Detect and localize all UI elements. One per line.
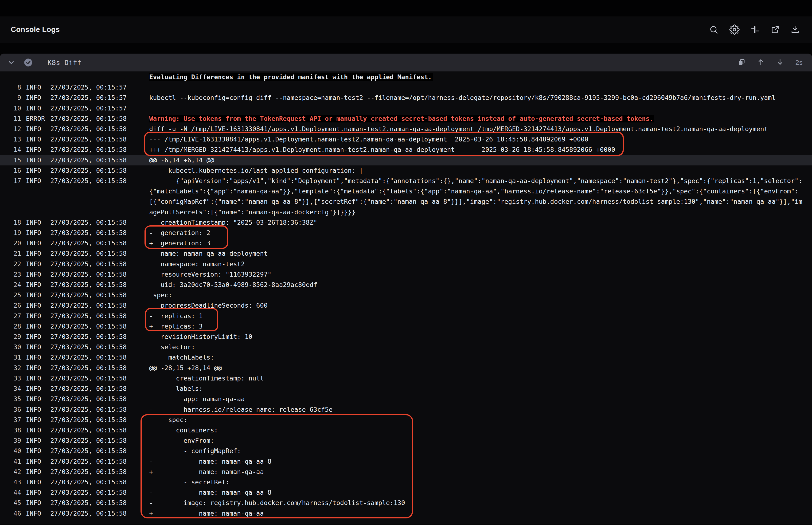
log-row[interactable]: 12INFO27/03/2025, 00:15:58diff -u -N /tm… (0, 124, 812, 134)
chevron-down-icon[interactable] (7, 58, 16, 67)
log-timestamp: 27/03/2025, 00:15:58 (50, 415, 149, 425)
log-level: INFO (26, 446, 50, 456)
log-level: INFO (26, 290, 50, 300)
log-row[interactable]: 31INFO27/03/2025, 00:15:58 matchLabels: (0, 352, 812, 363)
download-icon[interactable] (791, 25, 800, 34)
scroll-up-icon[interactable] (757, 58, 765, 67)
log-row[interactable]: 23INFO27/03/2025, 00:15:58 resourceVersi… (0, 269, 812, 280)
line-number: 35 (7, 394, 21, 404)
k8s-diff-step-header[interactable]: K8s Diff 2s (0, 54, 812, 72)
log-timestamp: 27/03/2025, 00:15:58 (50, 228, 149, 238)
log-level: INFO (26, 217, 50, 228)
log-row[interactable]: 32INFO27/03/2025, 00:15:58@@ -28,15 +28,… (0, 363, 812, 373)
line-number: 24 (7, 280, 21, 290)
log-level: INFO (26, 384, 50, 394)
log-level: INFO (26, 404, 50, 415)
log-message: labels: (149, 384, 812, 394)
log-message: app: naman-qa-aa (149, 394, 812, 404)
log-row[interactable]: 26INFO27/03/2025, 00:15:58 progressDeadl… (0, 300, 812, 311)
log-row[interactable]: 29INFO27/03/2025, 00:15:58 revisionHisto… (0, 332, 812, 342)
search-icon[interactable] (709, 25, 719, 34)
log-row[interactable]: 13INFO27/03/2025, 00:15:58--- /tmp/LIVE-… (0, 134, 812, 145)
log-timestamp: 27/03/2025, 00:15:58 (50, 508, 149, 519)
log-list: Evaluating Differences in the provided m… (0, 72, 812, 519)
log-timestamp: 27/03/2025, 00:15:58 (50, 155, 149, 165)
line-number: 32 (7, 363, 21, 373)
log-level: INFO (26, 352, 50, 363)
log-level: INFO (26, 415, 50, 425)
line-number: 42 (7, 467, 21, 477)
log-level: INFO (26, 498, 50, 508)
log-timestamp: 27/03/2025, 00:15:58 (50, 467, 149, 477)
header-gap (0, 43, 812, 54)
log-message: + generation: 3 (149, 238, 812, 249)
log-message: + name: naman-qa-aa (149, 467, 812, 477)
log-row[interactable]: 8INFO27/03/2025, 00:15:57 (0, 82, 812, 93)
log-row[interactable]: Evaluating Differences in the provided m… (0, 72, 812, 82)
log-message: Warning: Use tokens from the TokenReques… (149, 114, 812, 124)
line-number: 45 (7, 498, 21, 508)
log-row[interactable]: 43INFO27/03/2025, 00:15:58 - secretRef: (0, 477, 812, 487)
log-row[interactable]: 27INFO27/03/2025, 00:15:58- replicas: 1 (0, 311, 812, 321)
log-message: spec: (149, 290, 812, 300)
line-number: 33 (7, 373, 21, 384)
collapse-icon[interactable] (750, 25, 760, 34)
log-row[interactable]: 38INFO27/03/2025, 00:15:58 containers: (0, 425, 812, 435)
log-timestamp: 27/03/2025, 00:15:57 (50, 82, 149, 93)
log-timestamp: 27/03/2025, 00:15:58 (50, 498, 149, 508)
log-row[interactable]: 20INFO27/03/2025, 00:15:58+ generation: … (0, 238, 812, 249)
log-row[interactable]: 42INFO27/03/2025, 00:15:58+ name: naman-… (0, 467, 812, 477)
log-row[interactable]: 39INFO27/03/2025, 00:15:58 - envFrom: (0, 435, 812, 446)
log-row[interactable]: 35INFO27/03/2025, 00:15:58 app: naman-qa… (0, 394, 812, 404)
log-row[interactable]: 10INFO27/03/2025, 00:15:57 (0, 103, 812, 114)
log-row[interactable]: 25INFO27/03/2025, 00:15:58 spec: (0, 290, 812, 300)
log-row[interactable]: 17INFO27/03/2025, 00:15:58 {"apiVersion"… (0, 176, 812, 217)
log-message: @@ -6,14 +6,14 @@ (149, 155, 812, 165)
line-number: 8 (7, 82, 21, 93)
log-message: - configMapRef: (149, 446, 812, 456)
log-row[interactable]: 36INFO27/03/2025, 00:15:58- harness.io/r… (0, 404, 812, 415)
log-message: selector: (149, 342, 812, 352)
log-row[interactable]: 46INFO27/03/2025, 00:15:58+ name: naman-… (0, 508, 812, 519)
scroll-down-icon[interactable] (776, 58, 784, 67)
log-level: INFO (26, 311, 50, 321)
log-row[interactable]: 30INFO27/03/2025, 00:15:58 selector: (0, 342, 812, 352)
log-row[interactable]: 45INFO27/03/2025, 00:15:58- image: regis… (0, 498, 812, 508)
open-in-new-icon[interactable] (771, 25, 780, 34)
log-row[interactable]: 34INFO27/03/2025, 00:15:58 labels: (0, 384, 812, 394)
log-level: INFO (26, 342, 50, 352)
line-number: 15 (7, 155, 21, 165)
log-viewer[interactable]: Evaluating Differences in the provided m… (0, 72, 812, 525)
log-message: namespace: naman-test2 (149, 259, 812, 269)
log-row[interactable]: 9INFO27/03/2025, 00:15:57kubectl --kubec… (0, 93, 812, 103)
log-message: Evaluating Differences in the provided m… (149, 72, 812, 82)
log-row[interactable]: 44INFO27/03/2025, 00:15:58- name: naman-… (0, 487, 812, 498)
log-row[interactable]: 41INFO27/03/2025, 00:15:58- name: naman-… (0, 456, 812, 467)
log-message: - envFrom: (149, 435, 812, 446)
log-row[interactable]: 19INFO27/03/2025, 00:15:58- generation: … (0, 228, 812, 238)
log-row[interactable]: 21INFO27/03/2025, 00:15:58 name: naman-q… (0, 249, 812, 259)
log-row[interactable]: 18INFO27/03/2025, 00:15:58 creationTimes… (0, 217, 812, 228)
settings-gear-icon[interactable] (729, 25, 740, 35)
log-timestamp: 27/03/2025, 00:15:58 (50, 238, 149, 249)
log-level: INFO (26, 456, 50, 467)
log-timestamp: 27/03/2025, 00:15:57 (50, 103, 149, 114)
log-timestamp: 27/03/2025, 00:15:58 (50, 280, 149, 290)
log-row[interactable]: 40INFO27/03/2025, 00:15:58 - configMapRe… (0, 446, 812, 456)
line-number: 38 (7, 425, 21, 435)
line-number: 23 (7, 269, 21, 280)
log-row[interactable]: 24INFO27/03/2025, 00:15:58 uid: 3a20dc70… (0, 280, 812, 290)
log-row[interactable]: 37INFO27/03/2025, 00:15:58 spec: (0, 415, 812, 425)
log-level: INFO (26, 373, 50, 384)
log-row[interactable]: 15INFO27/03/2025, 00:15:58@@ -6,14 +6,14… (0, 155, 812, 165)
log-level: INFO (26, 228, 50, 238)
log-row[interactable]: 33INFO27/03/2025, 00:15:58 creationTimes… (0, 373, 812, 384)
log-timestamp: 27/03/2025, 00:15:58 (50, 363, 149, 373)
log-row[interactable]: 22INFO27/03/2025, 00:15:58 namespace: na… (0, 259, 812, 269)
log-row[interactable]: 11ERROR27/03/2025, 00:15:58Warning: Use … (0, 114, 812, 124)
copy-icon[interactable] (737, 58, 746, 67)
log-row[interactable]: 14INFO27/03/2025, 00:15:58+++ /tmp/MERGE… (0, 145, 812, 155)
log-row[interactable]: 16INFO27/03/2025, 00:15:58 kubectl.kuber… (0, 165, 812, 176)
line-number: 27 (7, 311, 21, 321)
log-row[interactable]: 28INFO27/03/2025, 00:15:58+ replicas: 3 (0, 321, 812, 332)
